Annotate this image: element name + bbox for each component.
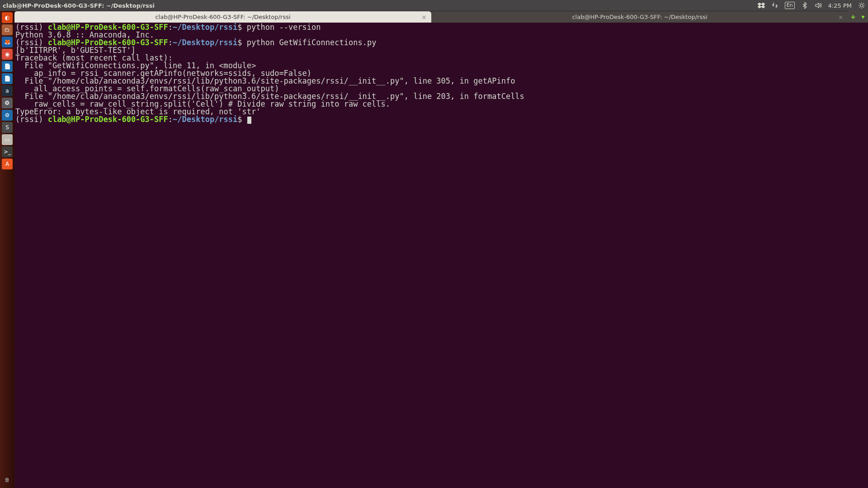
terminal-line: (rssi) clab@HP-ProDesk-600-G3-SFF:~/Desk… xyxy=(15,116,867,124)
sublime-icon[interactable]: S xyxy=(2,122,13,133)
prompt-path: ~/Desktop/rssi xyxy=(173,115,237,124)
volume-icon[interactable] xyxy=(815,2,822,9)
amazon-icon[interactable]: a xyxy=(2,85,13,96)
top-panel: clab@HP-ProDesk-600-G3-SFF: ~/Desktop/rs… xyxy=(0,0,868,11)
prompt-dollar: $ xyxy=(237,38,242,47)
dropbox-icon[interactable] xyxy=(758,2,765,9)
bluetooth-icon[interactable] xyxy=(801,2,808,9)
terminal-tab-1[interactable]: clab@HP-ProDesk-600-G3-SFF: ~/Desktop/rs… xyxy=(431,11,848,23)
unity-launcher: ◐🗀🦊◉📄📄a❂⚙S▭>_A🗑 xyxy=(0,11,14,488)
clock[interactable]: 4:25 PM xyxy=(828,2,852,9)
prompt-path: ~/Desktop/rssi xyxy=(173,38,237,47)
tab-title: clab@HP-ProDesk-600-G3-SFF: ~/Desktop/rs… xyxy=(155,14,290,20)
workspace: clab@HP-ProDesk-600-G3-SFF: ~/Desktop/rs… xyxy=(14,11,868,488)
doc2-icon[interactable]: 📄 xyxy=(2,73,13,84)
chrome-icon[interactable]: ◉ xyxy=(2,49,13,60)
network-icon[interactable] xyxy=(771,2,778,9)
close-icon[interactable]: × xyxy=(421,14,428,20)
swirl-icon[interactable]: ❂ xyxy=(2,98,13,108)
tab-title: clab@HP-ProDesk-600-G3-SFF: ~/Desktop/rs… xyxy=(572,14,707,20)
svg-point-0 xyxy=(860,4,863,7)
window-title: clab@HP-ProDesk-600-G3-SFF: ~/Desktop/rs… xyxy=(3,2,155,9)
command-text xyxy=(242,115,247,124)
keyboard-indicator[interactable]: En xyxy=(785,2,795,9)
software-icon[interactable]: A xyxy=(2,159,13,169)
terminal-tabbar: clab@HP-ProDesk-600-G3-SFF: ~/Desktop/rs… xyxy=(14,11,868,23)
tab-menu-button[interactable]: ▾ xyxy=(858,11,868,23)
trash-icon[interactable]: 🗑 xyxy=(2,474,13,485)
dash-icon[interactable]: ◐ xyxy=(2,12,13,23)
firefox-icon[interactable]: 🦊 xyxy=(2,37,13,47)
prompt-colon: : xyxy=(168,23,173,32)
prompt-colon: : xyxy=(168,115,173,124)
prompt-env: (rssi) xyxy=(15,115,48,124)
terminal-icon[interactable]: >_ xyxy=(2,146,13,157)
system-tray: En 4:25 PM xyxy=(758,2,865,9)
new-tab-button[interactable]: + xyxy=(848,11,858,23)
terminal-tab-0[interactable]: clab@HP-ProDesk-600-G3-SFF: ~/Desktop/rs… xyxy=(14,11,431,23)
terminal-line: (rssi) clab@HP-ProDesk-600-G3-SFF:~/Desk… xyxy=(15,39,867,47)
cursor xyxy=(247,117,251,124)
prompt-colon: : xyxy=(168,38,173,47)
command-text: python --version xyxy=(242,23,321,32)
command-text: python GetWifiConnections.py xyxy=(242,38,377,47)
doc-icon[interactable]: 📄 xyxy=(2,61,13,72)
prompt-path: ~/Desktop/rssi xyxy=(173,23,237,32)
panel-icon[interactable]: ▭ xyxy=(2,134,13,145)
session-gear-icon[interactable] xyxy=(858,2,865,9)
prompt-userhost: clab@HP-ProDesk-600-G3-SFF xyxy=(48,115,168,124)
gear-icon[interactable]: ⚙ xyxy=(2,110,13,121)
files-icon[interactable]: 🗀 xyxy=(2,24,13,35)
close-icon[interactable]: × xyxy=(838,14,844,20)
prompt-dollar: $ xyxy=(237,23,242,32)
terminal-output[interactable]: (rssi) clab@HP-ProDesk-600-G3-SFF:~/Desk… xyxy=(14,23,868,488)
prompt-dollar: $ xyxy=(237,115,242,124)
